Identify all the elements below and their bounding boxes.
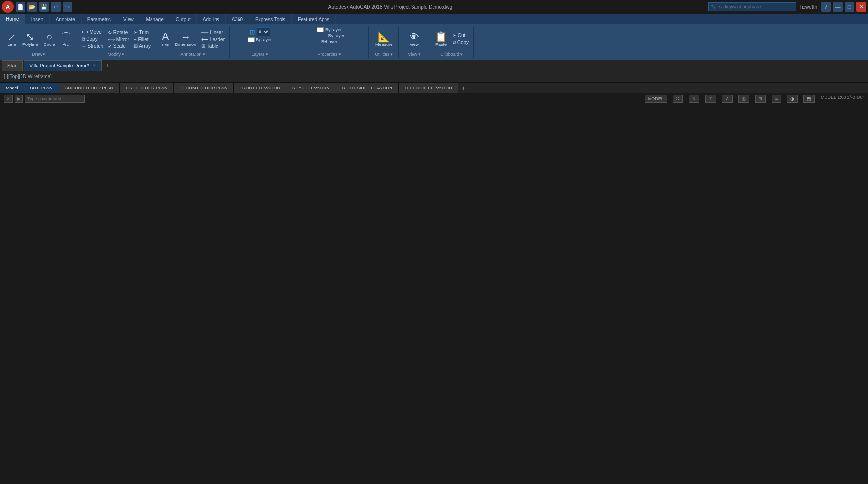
ribbon-btn-copy[interactable]: ⧉ Copy (80, 36, 105, 43)
ribbon-btn-trim[interactable]: ✂ Trim (132, 29, 152, 36)
ribbon-btn-dimension[interactable]: ↔ Dimension (174, 31, 198, 48)
tab-addins[interactable]: Add-ins (197, 14, 226, 24)
ribbon-btn-rotate[interactable]: ↻ Rotate (107, 29, 130, 36)
select-btn[interactable]: ⬒ (803, 95, 815, 103)
ribbon-btn-table[interactable]: ⊞ Table (200, 43, 226, 49)
tab-featured[interactable]: Featured Apps (292, 14, 336, 24)
view-group-label: View ▾ (408, 52, 420, 57)
ribbon-group-modify: ⟷ Move ⧉ Copy ↔ Stretch ↻ Rotate ⟺ Mirro… (77, 26, 155, 58)
tab-express[interactable]: Express Tools (249, 14, 292, 24)
snap-btn[interactable]: ⊕ (689, 95, 699, 103)
tab-front[interactable]: FRONT ELEVATION (234, 83, 286, 93)
grid-btn[interactable]: ∷ (673, 95, 683, 103)
tab-manage[interactable]: Manage (140, 14, 170, 24)
tab-a360[interactable]: A360 (226, 14, 249, 24)
prop-lineweight: ByLayer (321, 39, 337, 44)
search-input[interactable] (708, 2, 796, 11)
ribbon-btn-mirror[interactable]: ⟺ Mirror (107, 36, 130, 43)
viewport-label: [-][Top][2D Wireframe] (0, 71, 868, 82)
ribbon-btn-cut[interactable]: ✂ Cut (451, 32, 470, 39)
minimize-btn[interactable]: — (833, 2, 843, 12)
polar-btn[interactable]: ∠ (722, 95, 733, 103)
arc-icon: ⌒ (61, 32, 71, 42)
new-tab-button[interactable]: + (103, 61, 112, 70)
tab-close-icon[interactable]: ✕ (92, 63, 96, 68)
help-btn[interactable]: ? (821, 2, 831, 12)
transparency-btn[interactable]: ◑ (787, 95, 798, 103)
layer-select[interactable]: 0 (257, 27, 270, 36)
osnap-btn[interactable]: ◎ (738, 95, 749, 103)
add-layout-btn[interactable]: + (458, 83, 469, 93)
model-status-btn[interactable]: MODEL (645, 95, 667, 103)
clipboard-col: ✂ Cut ⧉ Copy (451, 32, 470, 46)
ribbon-btn-paste[interactable]: 📋 Paste (433, 31, 449, 48)
ortho-btn[interactable]: ⊤ (705, 95, 716, 103)
qa-new[interactable]: 📄 (16, 2, 25, 12)
maximize-btn[interactable]: □ (845, 2, 854, 12)
ribbon-btn-move[interactable]: ⟷ Move (80, 29, 105, 35)
ribbon-btn-view[interactable]: 👁 View (408, 31, 421, 48)
ribbon-group-layers: ◫ 0 ByLayer Layers ▾ (231, 26, 289, 58)
tab-villa[interactable]: Villa Project Sample Demo* ✕ (24, 60, 102, 71)
ribbon-btn-polyline[interactable]: ⤡ Polyline (21, 31, 40, 48)
title-bar: Autodesk AutoCAD 2018 Villa Project Samp… (74, 4, 706, 10)
tab-siteplan[interactable]: SITE PLAN (24, 83, 59, 93)
tab-model[interactable]: Model (0, 83, 24, 93)
tab-rightside[interactable]: RIGHT SIDE ELEVATION (336, 83, 399, 93)
tab-insert[interactable]: Insert (25, 14, 50, 24)
prop-color-swatch (317, 27, 324, 32)
utilities-group-label: Utilities ▾ (375, 52, 392, 57)
prop-linetype: ——— ByLayer (314, 33, 345, 38)
cmd-arrow-btn[interactable]: ▶ (15, 95, 23, 103)
tab-home[interactable]: Home (0, 14, 25, 24)
circle-icon: ○ (46, 32, 52, 42)
tab-groundfloor[interactable]: GROUND FLOOR PLAN (59, 83, 120, 93)
qa-save[interactable]: 💾 (39, 2, 49, 12)
ribbon-btn-measure[interactable]: 📐 Measure (373, 31, 394, 48)
tab-leftside[interactable]: LEFT SIDE ELEVATION (399, 83, 458, 93)
ribbon-btn-text[interactable]: A Text (159, 30, 172, 48)
tab-firstfloor[interactable]: FIRST FLOOR PLAN (120, 83, 174, 93)
close-btn[interactable]: ✕ (856, 2, 866, 12)
polyline-icon: ⤡ (26, 32, 34, 42)
layer-icon: ◫ (250, 29, 255, 35)
top-bar: A 📄 📂 💾 ↩ ↪ Autodesk AutoCAD 2018 Villa … (0, 0, 868, 14)
ribbon-group-clipboard: 📋 Paste ✂ Cut ⧉ Copy Clipboard ▾ (430, 26, 474, 58)
ribbon-btn-copy2[interactable]: ⧉ Copy (451, 39, 470, 46)
command-area: ✕ ▶ (4, 95, 85, 103)
ribbon-btn-scale[interactable]: ⤢ Scale (107, 43, 130, 49)
modify-col-1: ⟷ Move ⧉ Copy ↔ Stretch (80, 29, 105, 49)
cancel-cmd-btn[interactable]: ✕ (4, 95, 13, 103)
qa-redo[interactable]: ↪ (63, 2, 72, 12)
qa-undo[interactable]: ↩ (51, 2, 61, 12)
command-line-input[interactable] (25, 95, 85, 103)
ribbon-group-properties: ByLayer ——— ByLayer ByLayer Properties ▾ (290, 26, 369, 58)
measure-icon: 📐 (378, 32, 390, 42)
ribbon-btn-circle[interactable]: ○ Circle (42, 31, 57, 48)
ribbon-btn-array[interactable]: ⊞ Array (132, 43, 152, 49)
ribbon-btn-stretch[interactable]: ↔ Stretch (80, 43, 105, 49)
tab-rear[interactable]: REAR ELEVATION (286, 83, 336, 93)
modify-col-3: ✂ Trim ⌐ Fillet ⊞ Array (132, 29, 152, 49)
lineweight-btn[interactable]: ≡ (772, 95, 781, 103)
ribbon-btn-line[interactable]: ⟋ Line (5, 31, 19, 48)
tab-annotate[interactable]: Annotate (50, 14, 82, 24)
tab-view[interactable]: View (117, 14, 140, 24)
otrack-btn[interactable]: ⊞ (755, 95, 766, 103)
ribbon-btn-arc[interactable]: ⌒ Arc (59, 31, 73, 48)
ribbon-btn-leader[interactable]: ⟵ Leader (200, 36, 226, 43)
paste-icon: 📋 (435, 32, 447, 42)
line-icon: ⟋ (7, 32, 17, 42)
ribbon-content: ⟋ Line ⤡ Polyline ○ Circle ⌒ Arc Draw ▾ … (0, 24, 868, 60)
ribbon-btn-fillet[interactable]: ⌐ Fillet (132, 36, 152, 43)
app-button[interactable]: A (2, 1, 14, 13)
properties-group-label: Properties ▾ (317, 52, 341, 57)
annotation-col: ── Linear ⟵ Leader ⊞ Table (200, 29, 226, 49)
tab-start[interactable]: Start (2, 60, 23, 71)
tab-output[interactable]: Output (170, 14, 197, 24)
bottom-tabs: Model SITE PLAN GROUND FLOOR PLAN FIRST … (0, 82, 868, 93)
tab-secondfloor[interactable]: SECOND FLOOR PLAN (174, 83, 234, 93)
qa-open[interactable]: 📂 (27, 2, 37, 12)
tab-parametric[interactable]: Parametric (82, 14, 117, 24)
ribbon-btn-linear[interactable]: ── Linear (200, 29, 226, 36)
